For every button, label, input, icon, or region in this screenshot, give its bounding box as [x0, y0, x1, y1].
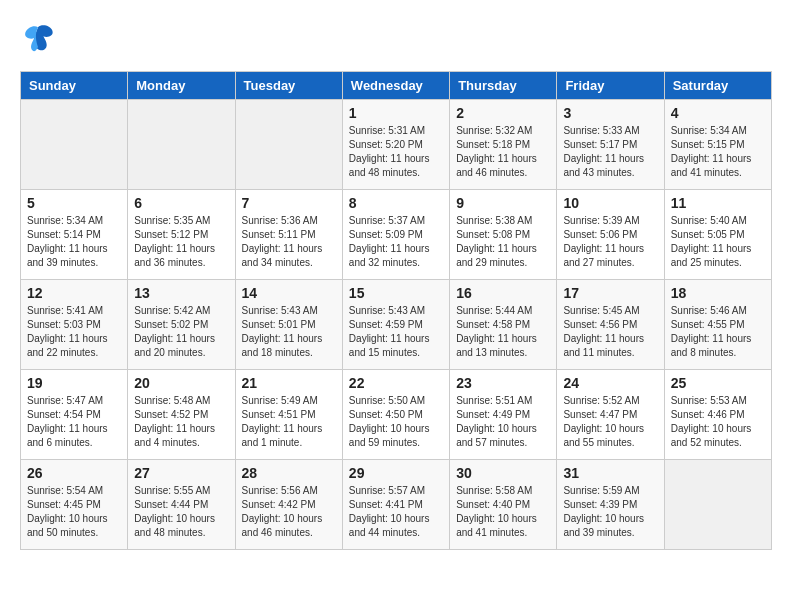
calendar-cell: 25Sunrise: 5:53 AM Sunset: 4:46 PM Dayli… — [664, 370, 771, 460]
day-info: Sunrise: 5:56 AM Sunset: 4:42 PM Dayligh… — [242, 484, 336, 540]
day-number: 4 — [671, 105, 765, 121]
day-info: Sunrise: 5:31 AM Sunset: 5:20 PM Dayligh… — [349, 124, 443, 180]
day-number: 8 — [349, 195, 443, 211]
day-info: Sunrise: 5:47 AM Sunset: 4:54 PM Dayligh… — [27, 394, 121, 450]
calendar-cell: 22Sunrise: 5:50 AM Sunset: 4:50 PM Dayli… — [342, 370, 449, 460]
day-number: 5 — [27, 195, 121, 211]
day-info: Sunrise: 5:37 AM Sunset: 5:09 PM Dayligh… — [349, 214, 443, 270]
calendar-cell: 29Sunrise: 5:57 AM Sunset: 4:41 PM Dayli… — [342, 460, 449, 550]
calendar-cell: 5Sunrise: 5:34 AM Sunset: 5:14 PM Daylig… — [21, 190, 128, 280]
weekday-header-saturday: Saturday — [664, 72, 771, 100]
calendar-week-row: 1Sunrise: 5:31 AM Sunset: 5:20 PM Daylig… — [21, 100, 772, 190]
calendar-cell — [128, 100, 235, 190]
calendar-cell: 1Sunrise: 5:31 AM Sunset: 5:20 PM Daylig… — [342, 100, 449, 190]
calendar-cell: 11Sunrise: 5:40 AM Sunset: 5:05 PM Dayli… — [664, 190, 771, 280]
day-info: Sunrise: 5:54 AM Sunset: 4:45 PM Dayligh… — [27, 484, 121, 540]
day-info: Sunrise: 5:42 AM Sunset: 5:02 PM Dayligh… — [134, 304, 228, 360]
calendar-week-row: 5Sunrise: 5:34 AM Sunset: 5:14 PM Daylig… — [21, 190, 772, 280]
calendar-cell: 15Sunrise: 5:43 AM Sunset: 4:59 PM Dayli… — [342, 280, 449, 370]
calendar-cell: 23Sunrise: 5:51 AM Sunset: 4:49 PM Dayli… — [450, 370, 557, 460]
day-info: Sunrise: 5:40 AM Sunset: 5:05 PM Dayligh… — [671, 214, 765, 270]
day-number: 24 — [563, 375, 657, 391]
day-info: Sunrise: 5:36 AM Sunset: 5:11 PM Dayligh… — [242, 214, 336, 270]
day-info: Sunrise: 5:48 AM Sunset: 4:52 PM Dayligh… — [134, 394, 228, 450]
day-info: Sunrise: 5:38 AM Sunset: 5:08 PM Dayligh… — [456, 214, 550, 270]
calendar-cell: 19Sunrise: 5:47 AM Sunset: 4:54 PM Dayli… — [21, 370, 128, 460]
day-info: Sunrise: 5:49 AM Sunset: 4:51 PM Dayligh… — [242, 394, 336, 450]
day-number: 20 — [134, 375, 228, 391]
logo — [20, 20, 62, 56]
day-info: Sunrise: 5:41 AM Sunset: 5:03 PM Dayligh… — [27, 304, 121, 360]
day-info: Sunrise: 5:55 AM Sunset: 4:44 PM Dayligh… — [134, 484, 228, 540]
weekday-header-thursday: Thursday — [450, 72, 557, 100]
day-number: 18 — [671, 285, 765, 301]
day-number: 9 — [456, 195, 550, 211]
calendar-cell: 9Sunrise: 5:38 AM Sunset: 5:08 PM Daylig… — [450, 190, 557, 280]
day-number: 15 — [349, 285, 443, 301]
calendar-cell: 27Sunrise: 5:55 AM Sunset: 4:44 PM Dayli… — [128, 460, 235, 550]
day-number: 16 — [456, 285, 550, 301]
day-number: 29 — [349, 465, 443, 481]
day-number: 2 — [456, 105, 550, 121]
day-info: Sunrise: 5:57 AM Sunset: 4:41 PM Dayligh… — [349, 484, 443, 540]
day-info: Sunrise: 5:43 AM Sunset: 5:01 PM Dayligh… — [242, 304, 336, 360]
day-number: 27 — [134, 465, 228, 481]
calendar-table: SundayMondayTuesdayWednesdayThursdayFrid… — [20, 71, 772, 550]
day-info: Sunrise: 5:58 AM Sunset: 4:40 PM Dayligh… — [456, 484, 550, 540]
weekday-header-sunday: Sunday — [21, 72, 128, 100]
day-number: 6 — [134, 195, 228, 211]
weekday-header-friday: Friday — [557, 72, 664, 100]
calendar-cell: 31Sunrise: 5:59 AM Sunset: 4:39 PM Dayli… — [557, 460, 664, 550]
logo-bird-icon — [20, 20, 56, 56]
day-info: Sunrise: 5:50 AM Sunset: 4:50 PM Dayligh… — [349, 394, 443, 450]
calendar-cell: 4Sunrise: 5:34 AM Sunset: 5:15 PM Daylig… — [664, 100, 771, 190]
day-info: Sunrise: 5:53 AM Sunset: 4:46 PM Dayligh… — [671, 394, 765, 450]
calendar-cell: 7Sunrise: 5:36 AM Sunset: 5:11 PM Daylig… — [235, 190, 342, 280]
day-info: Sunrise: 5:32 AM Sunset: 5:18 PM Dayligh… — [456, 124, 550, 180]
day-number: 23 — [456, 375, 550, 391]
day-info: Sunrise: 5:52 AM Sunset: 4:47 PM Dayligh… — [563, 394, 657, 450]
day-info: Sunrise: 5:34 AM Sunset: 5:15 PM Dayligh… — [671, 124, 765, 180]
calendar-cell: 21Sunrise: 5:49 AM Sunset: 4:51 PM Dayli… — [235, 370, 342, 460]
page-header — [20, 20, 772, 56]
day-number: 7 — [242, 195, 336, 211]
calendar-cell: 6Sunrise: 5:35 AM Sunset: 5:12 PM Daylig… — [128, 190, 235, 280]
calendar-cell: 16Sunrise: 5:44 AM Sunset: 4:58 PM Dayli… — [450, 280, 557, 370]
day-number: 26 — [27, 465, 121, 481]
day-info: Sunrise: 5:46 AM Sunset: 4:55 PM Dayligh… — [671, 304, 765, 360]
day-number: 10 — [563, 195, 657, 211]
day-info: Sunrise: 5:33 AM Sunset: 5:17 PM Dayligh… — [563, 124, 657, 180]
day-number: 30 — [456, 465, 550, 481]
day-number: 25 — [671, 375, 765, 391]
calendar-cell — [664, 460, 771, 550]
calendar-cell: 8Sunrise: 5:37 AM Sunset: 5:09 PM Daylig… — [342, 190, 449, 280]
calendar-cell: 28Sunrise: 5:56 AM Sunset: 4:42 PM Dayli… — [235, 460, 342, 550]
calendar-week-row: 26Sunrise: 5:54 AM Sunset: 4:45 PM Dayli… — [21, 460, 772, 550]
calendar-cell: 18Sunrise: 5:46 AM Sunset: 4:55 PM Dayli… — [664, 280, 771, 370]
day-number: 31 — [563, 465, 657, 481]
day-info: Sunrise: 5:35 AM Sunset: 5:12 PM Dayligh… — [134, 214, 228, 270]
day-info: Sunrise: 5:44 AM Sunset: 4:58 PM Dayligh… — [456, 304, 550, 360]
calendar-week-row: 19Sunrise: 5:47 AM Sunset: 4:54 PM Dayli… — [21, 370, 772, 460]
day-number: 14 — [242, 285, 336, 301]
day-info: Sunrise: 5:39 AM Sunset: 5:06 PM Dayligh… — [563, 214, 657, 270]
day-number: 12 — [27, 285, 121, 301]
day-info: Sunrise: 5:59 AM Sunset: 4:39 PM Dayligh… — [563, 484, 657, 540]
calendar-cell: 26Sunrise: 5:54 AM Sunset: 4:45 PM Dayli… — [21, 460, 128, 550]
calendar-cell: 30Sunrise: 5:58 AM Sunset: 4:40 PM Dayli… — [450, 460, 557, 550]
calendar-cell: 2Sunrise: 5:32 AM Sunset: 5:18 PM Daylig… — [450, 100, 557, 190]
calendar-cell — [21, 100, 128, 190]
day-number: 11 — [671, 195, 765, 211]
calendar-cell: 14Sunrise: 5:43 AM Sunset: 5:01 PM Dayli… — [235, 280, 342, 370]
day-number: 21 — [242, 375, 336, 391]
calendar-week-row: 12Sunrise: 5:41 AM Sunset: 5:03 PM Dayli… — [21, 280, 772, 370]
day-info: Sunrise: 5:34 AM Sunset: 5:14 PM Dayligh… — [27, 214, 121, 270]
weekday-header-wednesday: Wednesday — [342, 72, 449, 100]
day-number: 28 — [242, 465, 336, 481]
day-number: 17 — [563, 285, 657, 301]
calendar-cell: 20Sunrise: 5:48 AM Sunset: 4:52 PM Dayli… — [128, 370, 235, 460]
calendar-cell: 17Sunrise: 5:45 AM Sunset: 4:56 PM Dayli… — [557, 280, 664, 370]
day-number: 22 — [349, 375, 443, 391]
day-info: Sunrise: 5:51 AM Sunset: 4:49 PM Dayligh… — [456, 394, 550, 450]
day-info: Sunrise: 5:45 AM Sunset: 4:56 PM Dayligh… — [563, 304, 657, 360]
